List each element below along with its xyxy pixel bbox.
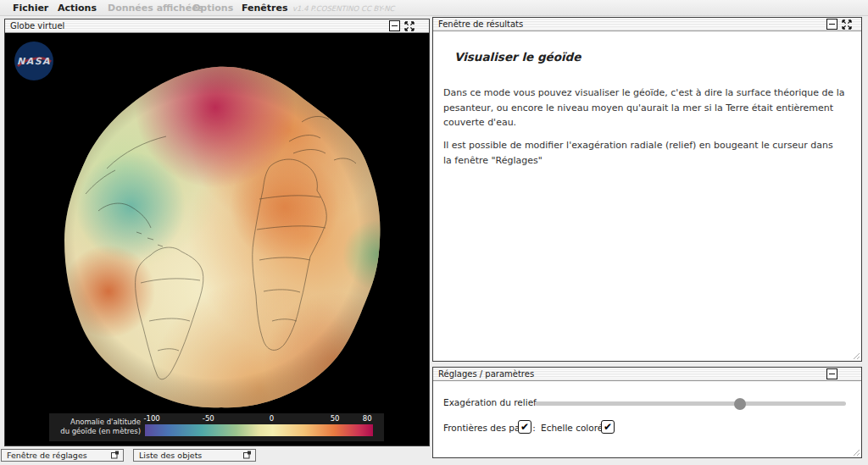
minimized-window-reglages[interactable]: Fenêtre de réglages bbox=[1, 449, 124, 462]
minimized-window-label: Liste des objets bbox=[139, 451, 202, 460]
menu-item-fenetres[interactable]: Fenêtres bbox=[242, 3, 288, 14]
checkmark-icon: ✔ bbox=[604, 422, 612, 432]
minimized-window-liste-objets[interactable]: Liste des objets bbox=[133, 449, 256, 462]
menu-item-actions[interactable]: Actions bbox=[58, 3, 97, 14]
menu-item-donnees-affichees: Données affichées bbox=[108, 3, 203, 14]
settings-window-titlebar[interactable]: Réglages / paramètres bbox=[433, 368, 861, 381]
restore-icon[interactable] bbox=[110, 451, 120, 460]
minimize-icon[interactable] bbox=[389, 20, 400, 31]
geoid-rendering bbox=[5, 33, 429, 446]
results-window-title: Fenêtre de résultats bbox=[438, 19, 826, 29]
settings-window-title: Réglages / paramètres bbox=[438, 369, 826, 379]
expand-icon[interactable] bbox=[403, 20, 415, 32]
results-heading: Visualiser le géoïde bbox=[454, 50, 581, 64]
resize-grip[interactable] bbox=[852, 352, 860, 360]
legend-tick-labels: -100 -50 0 50 80 bbox=[145, 414, 373, 423]
resize-grip[interactable] bbox=[852, 448, 860, 457]
settings-window: Réglages / paramètres Exagération du rel… bbox=[432, 367, 862, 458]
results-window-titlebar[interactable]: Fenêtre de résultats bbox=[433, 18, 861, 31]
menu-bar: Fichier Actions Données affichées Option… bbox=[0, 0, 868, 16]
minimized-window-label: Fenêtre de réglages bbox=[7, 451, 87, 460]
globe-window-titlebar[interactable]: Globe virtuel bbox=[5, 19, 429, 33]
relief-slider-label: Exagération du relief : bbox=[443, 397, 542, 407]
country-borders-checkbox[interactable]: ✔ bbox=[518, 420, 531, 434]
legend-gradient-bar bbox=[145, 424, 373, 436]
results-paragraph-2: Il est possible de modifier l'exagératio… bbox=[443, 138, 842, 168]
app-version-label: v1.4 P.COSENTINO CC BY-NC bbox=[292, 4, 394, 13]
color-scale-checkbox[interactable]: ✔ bbox=[601, 420, 615, 434]
minimize-icon[interactable] bbox=[826, 19, 837, 30]
results-content: Visualiser le géoïde Dans ce mode vous p… bbox=[433, 31, 861, 361]
settings-content: Exagération du relief : Frontières des p… bbox=[433, 381, 861, 457]
color-scale-legend: Anomalie d'altitude du géoïde (en mètres… bbox=[49, 413, 384, 441]
restore-icon[interactable] bbox=[242, 451, 252, 460]
menu-item-options: Options bbox=[192, 3, 233, 14]
minimize-icon[interactable] bbox=[826, 368, 837, 379]
expand-icon[interactable] bbox=[841, 19, 853, 30]
menu-item-fichier[interactable]: Fichier bbox=[13, 3, 48, 14]
relief-slider[interactable] bbox=[535, 401, 846, 406]
globe-3d-canvas[interactable]: NASA Anomalie d'altitude du géoïde (en m… bbox=[5, 33, 429, 446]
nasa-logo: NASA bbox=[12, 39, 56, 83]
checkmark-icon: ✔ bbox=[520, 422, 529, 432]
svg-text:NASA: NASA bbox=[17, 56, 51, 67]
globe-window: Globe virtuel bbox=[4, 19, 430, 446]
results-paragraph-1: Dans ce mode vous pouvez visualiser le g… bbox=[443, 86, 852, 130]
legend-label: Anomalie d'altitude du géoïde (en mètres… bbox=[51, 418, 141, 437]
globe-window-title: Globe virtuel bbox=[10, 21, 389, 30]
results-window: Fenêtre de résultats Visualiser le géoïd… bbox=[432, 17, 862, 362]
relief-slider-thumb[interactable] bbox=[734, 398, 746, 410]
